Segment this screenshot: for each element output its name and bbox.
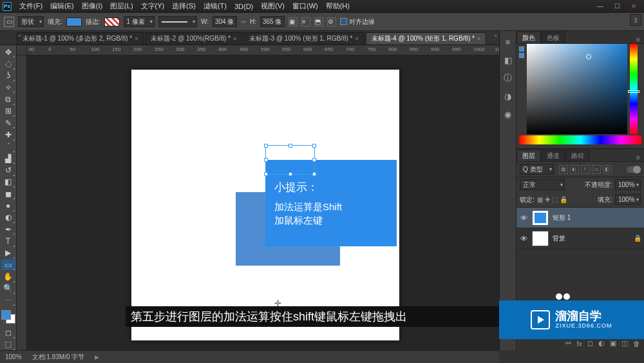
hand-tool-icon[interactable]: ✋ bbox=[1, 271, 15, 282]
tab-paths[interactable]: 路径 bbox=[565, 150, 590, 161]
eyedropper-tool-icon[interactable]: ✎ bbox=[1, 117, 15, 128]
shape-mode-dropdown[interactable]: 形状 bbox=[18, 16, 44, 27]
layer-style-icon[interactable]: fx bbox=[576, 340, 582, 348]
delete-layer-icon[interactable]: 🗑 bbox=[633, 340, 640, 348]
doc-size[interactable]: 文档:1.83M/0 字节 bbox=[32, 353, 85, 362]
collapse-panels-icon[interactable]: » bbox=[494, 32, 497, 39]
lock-pixels-icon[interactable]: ▦ bbox=[537, 196, 543, 203]
menu-3d[interactable]: 3D(D) bbox=[231, 1, 257, 12]
dodge-tool-icon[interactable]: ◐ bbox=[1, 212, 15, 223]
handle-mid-right[interactable] bbox=[312, 158, 316, 162]
height-input[interactable]: 365 像 bbox=[260, 16, 285, 27]
doc-tab-3[interactable]: 未标题-3 @ 100% (矩形 1, RGB/8) *× bbox=[243, 32, 364, 44]
stroke-style-dropdown[interactable] bbox=[158, 16, 197, 27]
spectrum-bar[interactable] bbox=[519, 135, 641, 144]
history-panel-icon[interactable]: ≡ bbox=[502, 36, 514, 48]
opacity-input[interactable]: 100% bbox=[615, 179, 641, 190]
panel-menu-icon[interactable]: ≡ bbox=[632, 35, 644, 43]
layer-thumbnail[interactable] bbox=[532, 210, 549, 226]
hue-slider[interactable] bbox=[630, 44, 638, 134]
brush-tool-icon[interactable]: ˊ bbox=[1, 141, 15, 152]
visibility-icon[interactable]: 👁 bbox=[519, 214, 528, 222]
filter-type-icon[interactable]: T bbox=[581, 165, 590, 174]
menu-type[interactable]: 文字(Y) bbox=[137, 0, 169, 12]
info-panel-icon[interactable]: ⓘ bbox=[502, 72, 514, 84]
handle-top-mid[interactable] bbox=[289, 144, 292, 148]
filter-smart-icon[interactable]: ◧ bbox=[603, 165, 612, 174]
layer-name[interactable]: 矩形 1 bbox=[553, 213, 571, 222]
lock-all-icon[interactable]: 🔒 bbox=[560, 196, 567, 203]
heal-tool-icon[interactable]: ✚ bbox=[1, 129, 15, 140]
close-icon[interactable]: × bbox=[477, 35, 480, 42]
move-tool-icon[interactable]: ✥ bbox=[1, 46, 15, 57]
menu-filter[interactable]: 滤镜(T) bbox=[200, 0, 231, 12]
lock-position-icon[interactable]: ✚ bbox=[545, 196, 550, 203]
panel-menu-icon[interactable]: ≡ bbox=[632, 153, 644, 161]
tab-layers[interactable]: 图层 bbox=[516, 150, 541, 161]
visibility-icon[interactable]: 👁 bbox=[519, 235, 528, 242]
maximize-button[interactable]: ☐ bbox=[609, 1, 625, 12]
fill-opacity-input[interactable]: 100% bbox=[615, 194, 641, 205]
zoom-tool-icon[interactable]: 🔍 bbox=[1, 283, 15, 294]
crop-tool-icon[interactable]: ⧉ bbox=[1, 93, 15, 104]
menu-image[interactable]: 图像(I) bbox=[78, 0, 106, 12]
handle-top-left[interactable] bbox=[264, 144, 268, 148]
edit-toolbar-icon[interactable]: ⋯ bbox=[1, 295, 15, 306]
close-button[interactable]: ✕ bbox=[626, 1, 641, 12]
group-icon[interactable]: ▣ bbox=[610, 339, 616, 348]
menu-window[interactable]: 窗口(W) bbox=[289, 0, 322, 12]
menu-view[interactable]: 视图(V) bbox=[257, 0, 289, 12]
history-brush-tool-icon[interactable]: ↺ bbox=[1, 164, 15, 175]
wand-tool-icon[interactable]: ✧ bbox=[1, 82, 15, 93]
screenmode-icon[interactable]: ⬚ bbox=[1, 339, 15, 350]
blur-tool-icon[interactable]: ● bbox=[1, 200, 15, 211]
stroke-swatch[interactable] bbox=[104, 17, 120, 26]
tab-channels[interactable]: 通道 bbox=[541, 150, 565, 161]
filter-pixel-icon[interactable]: ▦ bbox=[559, 165, 568, 174]
path-select-tool-icon[interactable]: ▶ bbox=[1, 248, 15, 259]
canvas-area[interactable]: -500501001502002503003504004505005506006… bbox=[17, 45, 499, 350]
doc-tab-1[interactable]: 未标题-1 @ 100% (多边形 2, RGB/8) *× bbox=[17, 32, 144, 44]
menu-file[interactable]: 文件(F) bbox=[15, 0, 46, 12]
styles-panel-icon[interactable]: ◉ bbox=[502, 108, 514, 120]
sv-cursor-icon[interactable] bbox=[586, 54, 591, 59]
pen-tool-icon[interactable]: ✒ bbox=[1, 224, 15, 235]
path-arrange-icon[interactable]: ⬒ bbox=[314, 17, 323, 26]
tab-color[interactable]: 颜色 bbox=[516, 32, 541, 43]
layer-mask-icon[interactable]: ◻ bbox=[587, 339, 593, 348]
filter-toggle[interactable] bbox=[627, 166, 641, 173]
blend-mode-dropdown[interactable]: 正常 bbox=[520, 179, 565, 190]
eraser-tool-icon[interactable]: ◧ bbox=[1, 177, 15, 188]
transform-box[interactable] bbox=[265, 145, 315, 175]
share-icon[interactable]: ⇪ bbox=[630, 14, 641, 26]
filter-shape-icon[interactable]: ▭ bbox=[592, 165, 601, 174]
layer-name[interactable]: 背景 bbox=[553, 234, 565, 243]
stamp-tool-icon[interactable]: ▟ bbox=[1, 153, 15, 164]
layer-row[interactable]: 👁 矩形 1 bbox=[516, 208, 644, 228]
new-layer-icon[interactable]: ◫ bbox=[621, 339, 628, 348]
tab-swatches[interactable]: 色板 bbox=[541, 32, 565, 43]
bg-mini-swatch[interactable] bbox=[519, 53, 524, 58]
filter-adjust-icon[interactable]: ◐ bbox=[570, 165, 579, 174]
menu-help[interactable]: 帮助(H) bbox=[322, 0, 354, 12]
gear-icon[interactable]: ⚙ bbox=[327, 17, 336, 26]
handle-top-right[interactable] bbox=[312, 144, 316, 148]
marquee-tool-icon[interactable]: ◌ bbox=[1, 58, 15, 69]
ruler-vertical[interactable] bbox=[17, 55, 27, 350]
close-icon[interactable]: × bbox=[233, 35, 236, 42]
lasso-tool-icon[interactable]: ʖ bbox=[1, 70, 15, 81]
doc-tab-2[interactable]: 未标题-2 @ 100%(RGB/8) *× bbox=[145, 32, 242, 44]
properties-panel-icon[interactable]: ◧ bbox=[502, 54, 514, 66]
menu-select[interactable]: 选择(S) bbox=[168, 0, 200, 12]
close-icon[interactable]: × bbox=[355, 35, 358, 42]
handle-bot-mid[interactable] bbox=[289, 172, 292, 176]
type-tool-icon[interactable]: T bbox=[1, 235, 15, 246]
foreground-color-swatch[interactable] bbox=[1, 310, 11, 320]
path-align-icon[interactable]: ≡ bbox=[301, 17, 310, 26]
handle-mid-left[interactable] bbox=[264, 158, 268, 162]
stroke-width-dropdown[interactable]: 1 像素 bbox=[124, 16, 155, 27]
menu-edit[interactable]: 编辑(E) bbox=[46, 0, 78, 12]
hue-slider-handle[interactable] bbox=[628, 90, 639, 93]
ruler-horizontal[interactable]: -500501001502002503003504004505005506006… bbox=[27, 45, 499, 55]
color-swatches[interactable] bbox=[1, 310, 15, 324]
